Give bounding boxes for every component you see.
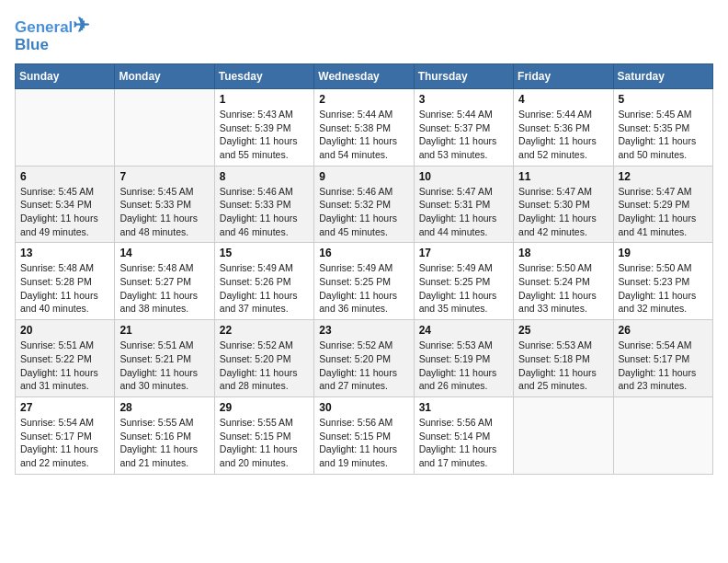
day-number: 14 (119, 247, 209, 259)
day-number: 27 (20, 401, 109, 414)
calendar-cell (613, 396, 712, 474)
day-number: 26 (619, 324, 708, 337)
day-info: Sunrise: 5:50 AMSunset: 5:24 PMDaylight:… (518, 261, 608, 316)
day-number: 25 (518, 324, 608, 337)
calendar-cell: 1Sunrise: 5:43 AMSunset: 5:39 PMDaylight… (214, 88, 313, 166)
weekday-header-saturday: Saturday (613, 63, 712, 88)
calendar-cell: 2Sunrise: 5:44 AMSunset: 5:38 PMDaylight… (314, 88, 414, 166)
calendar-cell: 25Sunrise: 5:53 AMSunset: 5:18 PMDayligh… (514, 320, 613, 397)
day-number: 18 (518, 247, 608, 259)
day-number: 28 (119, 401, 209, 414)
day-info: Sunrise: 5:55 AMSunset: 5:15 PMDaylight:… (220, 416, 309, 470)
calendar-cell: 24Sunrise: 5:53 AMSunset: 5:19 PMDayligh… (414, 320, 513, 397)
calendar-week-1: 1Sunrise: 5:43 AMSunset: 5:39 PMDaylight… (16, 88, 713, 166)
day-info: Sunrise: 5:52 AMSunset: 5:20 PMDaylight:… (220, 339, 309, 393)
calendar-cell: 15Sunrise: 5:49 AMSunset: 5:26 PMDayligh… (214, 243, 313, 320)
day-info: Sunrise: 5:47 AMSunset: 5:30 PMDaylight:… (518, 185, 608, 239)
day-number: 12 (619, 170, 708, 183)
calendar-week-3: 13Sunrise: 5:48 AMSunset: 5:28 PMDayligh… (16, 243, 713, 320)
day-info: Sunrise: 5:46 AMSunset: 5:33 PMDaylight:… (220, 185, 309, 239)
calendar-cell (16, 88, 115, 166)
calendar-cell (514, 396, 613, 474)
day-number: 3 (419, 93, 508, 106)
day-info: Sunrise: 5:45 AMSunset: 5:35 PMDaylight:… (619, 108, 708, 162)
day-number: 6 (20, 170, 109, 183)
calendar-cell: 3Sunrise: 5:44 AMSunset: 5:37 PMDaylight… (414, 88, 513, 166)
calendar-cell: 29Sunrise: 5:55 AMSunset: 5:15 PMDayligh… (214, 396, 313, 474)
weekday-header-tuesday: Tuesday (214, 63, 313, 88)
day-info: Sunrise: 5:44 AMSunset: 5:37 PMDaylight:… (419, 108, 508, 162)
day-info: Sunrise: 5:45 AMSunset: 5:33 PMDaylight:… (119, 185, 209, 239)
weekday-header-sunday: Sunday (16, 63, 115, 88)
day-info: Sunrise: 5:54 AMSunset: 5:17 PMDaylight:… (619, 339, 708, 393)
day-number: 16 (319, 247, 408, 259)
calendar-header-row: SundayMondayTuesdayWednesdayThursdayFrid… (16, 63, 713, 88)
day-number: 22 (220, 324, 309, 337)
day-number: 30 (319, 401, 408, 414)
logo-general: General (15, 18, 73, 36)
day-number: 29 (220, 401, 309, 414)
logo: General✈ Blue (15, 15, 89, 54)
calendar-cell: 10Sunrise: 5:47 AMSunset: 5:31 PMDayligh… (414, 166, 513, 243)
day-number: 8 (220, 170, 309, 183)
day-info: Sunrise: 5:51 AMSunset: 5:22 PMDaylight:… (20, 339, 109, 393)
day-number: 24 (419, 324, 508, 337)
day-info: Sunrise: 5:49 AMSunset: 5:25 PMDaylight:… (319, 261, 408, 316)
day-info: Sunrise: 5:44 AMSunset: 5:38 PMDaylight:… (319, 108, 408, 162)
calendar-cell: 23Sunrise: 5:52 AMSunset: 5:20 PMDayligh… (314, 320, 414, 397)
calendar-cell: 11Sunrise: 5:47 AMSunset: 5:30 PMDayligh… (514, 166, 613, 243)
day-info: Sunrise: 5:55 AMSunset: 5:16 PMDaylight:… (119, 416, 209, 470)
day-info: Sunrise: 5:53 AMSunset: 5:19 PMDaylight:… (419, 339, 508, 393)
day-info: Sunrise: 5:54 AMSunset: 5:17 PMDaylight:… (20, 416, 109, 470)
day-number: 10 (419, 170, 508, 183)
weekday-header-friday: Friday (514, 63, 613, 88)
calendar-cell: 13Sunrise: 5:48 AMSunset: 5:28 PMDayligh… (16, 243, 115, 320)
day-info: Sunrise: 5:43 AMSunset: 5:39 PMDaylight:… (220, 108, 309, 162)
day-info: Sunrise: 5:44 AMSunset: 5:36 PMDaylight:… (518, 108, 608, 162)
calendar-cell (115, 88, 214, 166)
weekday-header-wednesday: Wednesday (314, 63, 414, 88)
calendar-cell: 20Sunrise: 5:51 AMSunset: 5:22 PMDayligh… (16, 320, 115, 397)
day-info: Sunrise: 5:48 AMSunset: 5:27 PMDaylight:… (119, 261, 209, 316)
header: General✈ Blue (15, 15, 713, 54)
day-number: 21 (119, 324, 209, 337)
calendar-cell: 5Sunrise: 5:45 AMSunset: 5:35 PMDaylight… (613, 88, 712, 166)
calendar-cell: 14Sunrise: 5:48 AMSunset: 5:27 PMDayligh… (115, 243, 214, 320)
day-number: 19 (619, 247, 708, 259)
day-info: Sunrise: 5:51 AMSunset: 5:21 PMDaylight:… (119, 339, 209, 393)
day-number: 15 (220, 247, 309, 259)
calendar-body: 1Sunrise: 5:43 AMSunset: 5:39 PMDaylight… (16, 88, 713, 474)
calendar-week-4: 20Sunrise: 5:51 AMSunset: 5:22 PMDayligh… (16, 320, 713, 397)
weekday-header-thursday: Thursday (414, 63, 513, 88)
day-info: Sunrise: 5:56 AMSunset: 5:14 PMDaylight:… (419, 416, 508, 470)
day-number: 7 (119, 170, 209, 183)
day-number: 17 (419, 247, 508, 259)
calendar-cell: 4Sunrise: 5:44 AMSunset: 5:36 PMDaylight… (514, 88, 613, 166)
calendar-cell: 30Sunrise: 5:56 AMSunset: 5:15 PMDayligh… (314, 396, 414, 474)
calendar-cell: 26Sunrise: 5:54 AMSunset: 5:17 PMDayligh… (613, 320, 712, 397)
calendar-week-2: 6Sunrise: 5:45 AMSunset: 5:34 PMDaylight… (16, 166, 713, 243)
day-number: 1 (220, 93, 309, 106)
calendar-cell: 9Sunrise: 5:46 AMSunset: 5:32 PMDaylight… (314, 166, 414, 243)
calendar-week-5: 27Sunrise: 5:54 AMSunset: 5:17 PMDayligh… (16, 396, 713, 474)
day-info: Sunrise: 5:47 AMSunset: 5:29 PMDaylight:… (619, 185, 708, 239)
calendar-cell: 17Sunrise: 5:49 AMSunset: 5:25 PMDayligh… (414, 243, 513, 320)
calendar-cell: 21Sunrise: 5:51 AMSunset: 5:21 PMDayligh… (115, 320, 214, 397)
day-info: Sunrise: 5:50 AMSunset: 5:23 PMDaylight:… (619, 261, 708, 316)
calendar-cell: 27Sunrise: 5:54 AMSunset: 5:17 PMDayligh… (16, 396, 115, 474)
day-number: 13 (20, 247, 109, 259)
day-number: 23 (319, 324, 408, 337)
day-number: 5 (619, 93, 708, 106)
day-info: Sunrise: 5:47 AMSunset: 5:31 PMDaylight:… (419, 185, 508, 239)
day-info: Sunrise: 5:49 AMSunset: 5:25 PMDaylight:… (419, 261, 508, 316)
calendar-cell: 28Sunrise: 5:55 AMSunset: 5:16 PMDayligh… (115, 396, 214, 474)
calendar-cell: 8Sunrise: 5:46 AMSunset: 5:33 PMDaylight… (214, 166, 313, 243)
day-number: 31 (419, 401, 508, 414)
logo-bird-icon: ✈ (73, 14, 89, 37)
weekday-header-monday: Monday (115, 63, 214, 88)
day-number: 9 (319, 170, 408, 183)
day-number: 2 (319, 93, 408, 106)
day-info: Sunrise: 5:49 AMSunset: 5:26 PMDaylight:… (220, 261, 309, 316)
calendar-cell: 16Sunrise: 5:49 AMSunset: 5:25 PMDayligh… (314, 243, 414, 320)
logo-line1: General✈ (15, 15, 89, 37)
